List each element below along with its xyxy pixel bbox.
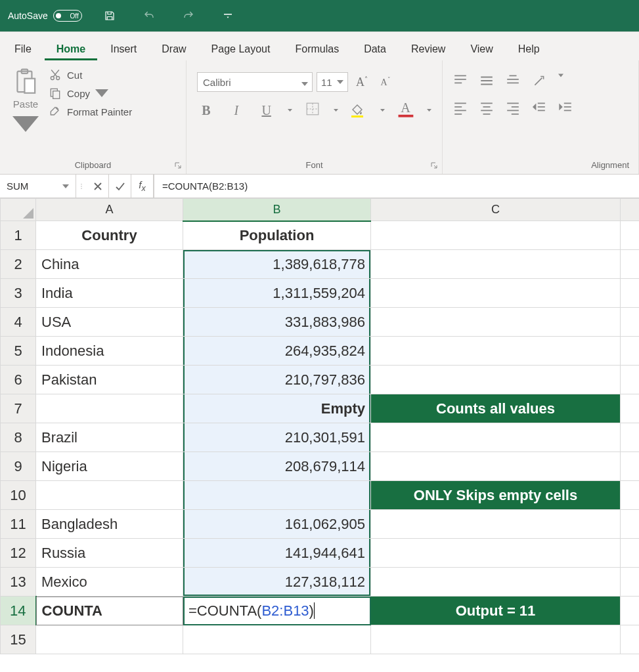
cell[interactable]: 210,301,591 — [183, 423, 371, 452]
cell[interactable]: 208,679,114 — [183, 452, 371, 481]
cell[interactable] — [621, 597, 640, 625]
bold-button[interactable]: B — [197, 103, 215, 118]
decrease-font-icon[interactable]: A˅ — [376, 72, 395, 92]
cell[interactable] — [183, 481, 371, 510]
cell[interactable] — [621, 279, 640, 308]
fx-icon[interactable]: fx — [131, 175, 154, 198]
cell[interactable]: 1,389,618,778 — [183, 250, 371, 279]
tab-data[interactable]: Data — [352, 37, 398, 60]
cell[interactable] — [36, 394, 183, 423]
row-header[interactable]: 15 — [1, 625, 36, 654]
borders-button[interactable] — [304, 102, 322, 119]
cell[interactable] — [621, 423, 640, 452]
tab-help[interactable]: Help — [506, 37, 552, 60]
cell[interactable] — [621, 625, 640, 654]
cell[interactable]: 127,318,112 — [183, 568, 371, 597]
cell[interactable] — [621, 452, 640, 481]
tab-home[interactable]: Home — [45, 37, 97, 60]
cell[interactable]: China — [36, 250, 183, 279]
cell[interactable] — [371, 250, 621, 279]
tab-file[interactable]: File — [3, 37, 43, 60]
autosave-control[interactable]: AutoSave Off — [8, 10, 82, 22]
tab-view[interactable]: View — [458, 37, 504, 60]
cell[interactable]: USA — [36, 308, 183, 337]
font-launcher-icon[interactable] — [430, 161, 439, 170]
row-header[interactable]: 1 — [1, 221, 36, 250]
qat-customize-icon[interactable] — [216, 10, 240, 22]
cell[interactable]: COUNTA — [36, 597, 183, 625]
cell[interactable] — [371, 510, 621, 539]
row-header[interactable]: 8 — [1, 423, 36, 452]
row-header[interactable]: 12 — [1, 539, 36, 568]
cell[interactable] — [371, 625, 621, 654]
cell[interactable] — [371, 308, 621, 337]
cell[interactable]: Russia — [36, 539, 183, 568]
cell[interactable]: Indonesia — [36, 337, 183, 366]
font-name-select[interactable]: Calibri — [197, 72, 313, 92]
cell[interactable]: Nigeria — [36, 452, 183, 481]
align-left-icon[interactable] — [453, 100, 468, 117]
cell[interactable]: Mexico — [36, 568, 183, 597]
tab-draw[interactable]: Draw — [150, 37, 198, 60]
cell[interactable] — [371, 568, 621, 597]
clipboard-launcher-icon[interactable] — [174, 161, 183, 170]
col-header-d[interactable] — [621, 199, 640, 221]
save-icon[interactable] — [98, 10, 121, 22]
format-painter-button[interactable]: Format Painter — [49, 105, 178, 118]
increase-indent-icon[interactable] — [558, 100, 573, 117]
formula-input[interactable]: =COUNTA(B2:B13) — [154, 175, 639, 198]
orientation-icon[interactable] — [532, 74, 546, 90]
font-size-select[interactable]: 11 — [317, 72, 348, 92]
italic-button[interactable]: I — [227, 103, 246, 118]
chevron-down-icon[interactable] — [62, 180, 69, 192]
cell[interactable]: Pakistan — [36, 366, 183, 394]
cell[interactable]: 1,311,559,204 — [183, 279, 371, 308]
cell[interactable] — [621, 510, 640, 539]
cell[interactable]: Empty — [183, 394, 371, 423]
row-header[interactable]: 6 — [1, 366, 36, 394]
row-header[interactable]: 5 — [1, 337, 36, 366]
cell[interactable]: Output = 11 — [371, 597, 621, 625]
name-box[interactable]: SUM — [0, 175, 76, 198]
align-right-icon[interactable] — [506, 100, 520, 117]
row-header[interactable]: 2 — [1, 250, 36, 279]
fill-color-button[interactable] — [350, 103, 368, 117]
row-header[interactable]: 7 — [1, 394, 36, 423]
align-middle-icon[interactable] — [479, 74, 494, 90]
tab-review[interactable]: Review — [399, 37, 457, 60]
col-header-c[interactable]: C — [371, 199, 621, 221]
autosave-toggle[interactable]: Off — [53, 10, 82, 22]
cell[interactable] — [36, 625, 183, 654]
col-header-a[interactable]: A — [36, 199, 183, 221]
cell[interactable]: Counts all values — [371, 394, 621, 423]
cell[interactable] — [621, 250, 640, 279]
cell[interactable]: 331,883,986 — [183, 308, 371, 337]
row-header[interactable]: 4 — [1, 308, 36, 337]
row-header[interactable]: 11 — [1, 510, 36, 539]
underline-button[interactable]: U — [257, 103, 276, 118]
cell[interactable] — [36, 481, 183, 510]
cell[interactable] — [621, 394, 640, 423]
cell[interactable]: 264,935,824 — [183, 337, 371, 366]
cell[interactable] — [371, 539, 621, 568]
row-header[interactable]: 10 — [1, 481, 36, 510]
tab-formulas[interactable]: Formulas — [283, 37, 351, 60]
cell[interactable] — [371, 221, 621, 250]
cell[interactable]: 161,062,905 — [183, 510, 371, 539]
copy-button[interactable]: Copy — [49, 87, 178, 100]
cell[interactable] — [371, 279, 621, 308]
row-header[interactable]: 14 — [1, 597, 36, 625]
align-center-icon[interactable] — [479, 100, 494, 117]
cancel-formula-icon[interactable] — [87, 175, 109, 198]
align-top-icon[interactable] — [453, 74, 468, 90]
cell[interactable] — [621, 221, 640, 250]
cell[interactable]: 141,944,641 — [183, 539, 371, 568]
row-header[interactable]: 9 — [1, 452, 36, 481]
align-bottom-icon[interactable] — [506, 74, 520, 90]
cell[interactable]: Population — [183, 221, 371, 250]
col-header-b[interactable]: B — [183, 199, 371, 221]
increase-font-icon[interactable]: A˄ — [352, 72, 372, 92]
tab-insert[interactable]: Insert — [99, 37, 148, 60]
tab-page-layout[interactable]: Page Layout — [200, 37, 282, 60]
font-color-button[interactable]: A — [397, 100, 415, 121]
